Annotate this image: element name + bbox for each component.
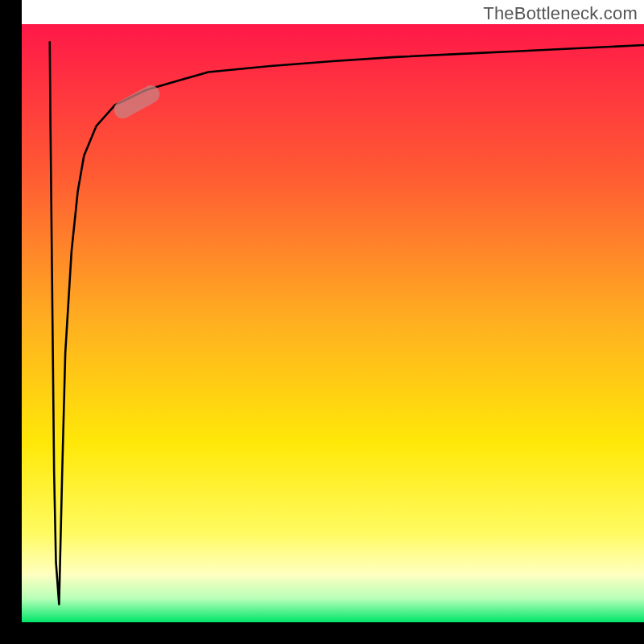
left-axis — [0, 0, 22, 644]
plot-background — [22, 24, 644, 622]
bottom-axis — [0, 622, 644, 644]
watermark-text: TheBottleneck.com — [483, 3, 638, 24]
bottleneck-chart — [0, 0, 644, 644]
